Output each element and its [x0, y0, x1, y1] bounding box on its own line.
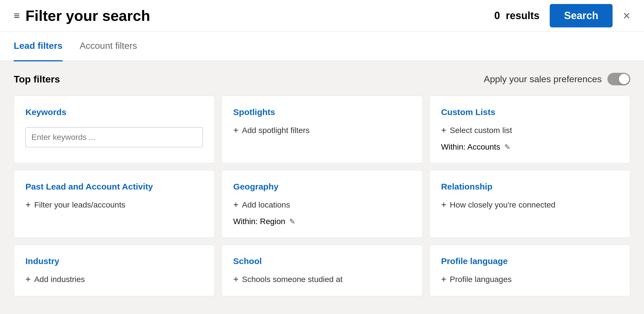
school-action[interactable]: + Schools someone studied at	[233, 274, 411, 285]
school-plus-icon: +	[233, 274, 239, 285]
custom-lists-action[interactable]: + Select custom list	[441, 125, 619, 136]
page-title: Filter your search	[25, 7, 150, 24]
custom-lists-title[interactable]: Custom Lists	[441, 107, 619, 117]
profile-language-action-label: Profile languages	[450, 275, 511, 284]
keywords-card: Keywords	[14, 96, 215, 163]
profile-language-card: Profile language + Profile languages	[429, 245, 630, 296]
profile-language-action[interactable]: + Profile languages	[441, 274, 619, 285]
keywords-input[interactable]	[25, 127, 203, 147]
spotlights-action[interactable]: + Add spotlight filters	[233, 125, 411, 136]
custom-lists-plus-icon: +	[441, 125, 447, 136]
cards-row-2: Past Lead and Account Activity + Filter …	[14, 170, 630, 238]
filter-icon: ≡	[14, 10, 20, 22]
custom-lists-sub-label: Within: Accounts	[441, 142, 500, 152]
content-area: Top filters Apply your sales preferences…	[0, 61, 644, 314]
past-activity-title[interactable]: Past Lead and Account Activity	[25, 182, 203, 192]
profile-language-plus-icon: +	[441, 274, 447, 285]
spotlights-plus-icon: +	[233, 125, 239, 136]
industry-card: Industry + Add industries	[14, 245, 215, 296]
sales-prefs-row: Apply your sales preferences	[484, 73, 630, 85]
cards-row-1: Keywords Spotlights + Add spotlight filt…	[14, 96, 630, 163]
geography-card: Geography + Add locations Within: Region…	[221, 170, 422, 238]
geography-sub: Within: Region ✎	[233, 217, 411, 226]
keywords-title[interactable]: Keywords	[25, 107, 203, 117]
relationship-plus-icon: +	[441, 200, 447, 210]
past-activity-card: Past Lead and Account Activity + Filter …	[14, 170, 215, 238]
industry-title[interactable]: Industry	[25, 256, 203, 266]
geography-action[interactable]: + Add locations	[233, 200, 411, 210]
spotlights-card: Spotlights + Add spotlight filters	[221, 96, 422, 163]
school-card: School + Schools someone studied at	[221, 245, 422, 296]
custom-lists-edit-icon[interactable]: ✎	[504, 143, 511, 152]
past-activity-action-label: Filter your leads/accounts	[34, 200, 125, 210]
header-right: 0 results Search ×	[494, 4, 630, 27]
cards-row-3: Industry + Add industries School + Schoo…	[14, 245, 630, 296]
top-filters-bar: Top filters Apply your sales preferences	[14, 73, 630, 85]
header-left: ≡ Filter your search	[14, 7, 494, 24]
close-button[interactable]: ×	[623, 9, 630, 22]
results-text: 0 results	[494, 10, 539, 22]
search-button[interactable]: Search	[550, 4, 613, 27]
relationship-action[interactable]: + How closely you're connected	[441, 200, 619, 210]
custom-lists-action-label: Select custom list	[450, 126, 512, 135]
tab-lead-filters[interactable]: Lead filters	[14, 31, 63, 61]
industry-plus-icon: +	[25, 274, 31, 285]
geography-action-label: Add locations	[242, 200, 290, 210]
school-action-label: Schools someone studied at	[242, 275, 343, 284]
profile-language-title[interactable]: Profile language	[441, 256, 619, 266]
results-label: results	[506, 10, 539, 21]
header: ≡ Filter your search 0 results Search ×	[0, 0, 644, 31]
industry-action-label: Add industries	[34, 275, 85, 284]
past-activity-action[interactable]: + Filter your leads/accounts	[25, 200, 203, 210]
top-filters-label: Top filters	[14, 74, 60, 85]
tabs-bar: Lead filters Account filters	[0, 31, 644, 61]
geography-sub-label: Within: Region	[233, 217, 285, 226]
custom-lists-sub: Within: Accounts ✎	[441, 142, 619, 152]
spotlights-title[interactable]: Spotlights	[233, 107, 411, 117]
spotlights-action-label: Add spotlight filters	[242, 126, 310, 135]
custom-lists-card: Custom Lists + Select custom list Within…	[429, 96, 630, 163]
relationship-title[interactable]: Relationship	[441, 182, 619, 192]
tab-account-filters[interactable]: Account filters	[80, 31, 137, 61]
relationship-action-label: How closely you're connected	[450, 200, 555, 210]
geography-title[interactable]: Geography	[233, 182, 411, 192]
school-title[interactable]: School	[233, 256, 411, 266]
sales-prefs-label: Apply your sales preferences	[484, 74, 602, 84]
geography-plus-icon: +	[233, 200, 239, 210]
past-activity-plus-icon: +	[25, 200, 31, 210]
results-count: 0	[494, 10, 500, 21]
relationship-card: Relationship + How closely you're connec…	[429, 170, 630, 238]
industry-action[interactable]: + Add industries	[25, 274, 203, 285]
geography-edit-icon[interactable]: ✎	[289, 217, 295, 226]
sales-prefs-toggle[interactable]	[607, 73, 630, 85]
